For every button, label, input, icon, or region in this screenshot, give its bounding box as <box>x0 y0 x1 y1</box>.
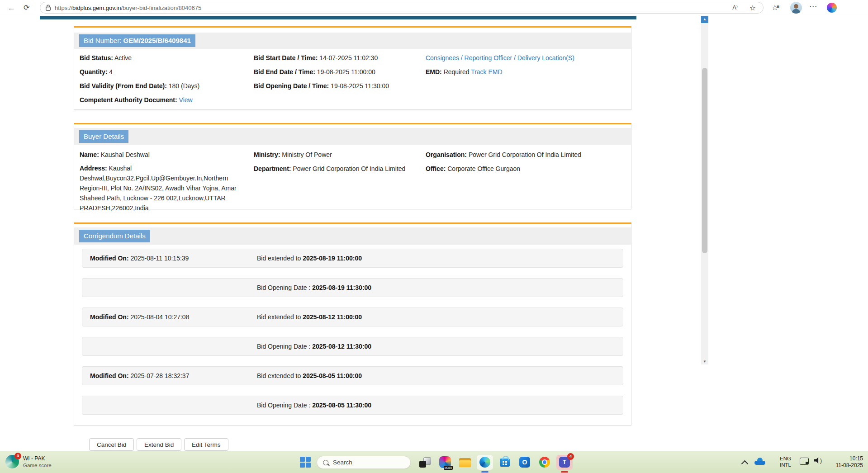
scrollbar[interactable]: ▲ ▼ <box>701 16 708 364</box>
widget-subtitle: Game score <box>23 462 52 468</box>
url-text: https://bidplus.gem.gov.in/buyer-bid-fin… <box>55 5 201 11</box>
task-view-button[interactable] <box>417 455 433 470</box>
scroll-up-icon[interactable]: ▲ <box>701 16 708 23</box>
competent-authority-field: Competent Authority Document: View <box>80 93 246 107</box>
avatar-body <box>792 9 800 14</box>
office-field: Office: Corporate Office Gurgaon <box>426 162 581 176</box>
search-placeholder: Search <box>333 459 352 466</box>
corrigendum-row: Bid Opening Date : 2025-08-19 11:30:00 <box>82 278 623 297</box>
department-field: Department: Power Grid Corporation Of In… <box>254 162 405 176</box>
url-host: bidplus.gem.gov.in <box>72 5 121 11</box>
organisation-field: Organisation: Power Grid Corporation Of … <box>426 148 581 162</box>
refresh-icon[interactable]: ⟳ <box>24 3 29 12</box>
clock-time: 10:15 <box>836 455 863 462</box>
address-bar[interactable]: https://bidplus.gem.gov.in/buyer-bid-fin… <box>40 2 764 14</box>
bid-end-field: Bid End Date / Time: 19-08-2025 11:00:00 <box>254 65 389 79</box>
language-line1: ENG <box>780 455 791 462</box>
avatar[interactable] <box>790 2 802 14</box>
widget-badge: 3 <box>14 453 21 459</box>
taskbar: 3 WI - PAK Game score Search M365 <box>0 451 868 473</box>
language-line2: INTL <box>780 462 791 468</box>
chrome-button[interactable] <box>536 455 553 470</box>
pen-device-icon[interactable] <box>800 458 809 465</box>
speaker-icon[interactable]: ) <box>814 457 822 465</box>
more-options-icon[interactable]: ⋯ <box>809 2 817 11</box>
start-button[interactable] <box>300 457 311 468</box>
screen: ← ⟳ https://bidplus.gem.gov.in/buyer-bid… <box>0 0 868 473</box>
buyer-col-1: Name: Kaushal Deshwal Address: Kaushal D… <box>80 148 246 213</box>
extend-bid-button[interactable]: Extend Bid <box>137 438 181 451</box>
bid-header-band: Bid Number: GEM/2025/B/6409841 <box>74 33 631 49</box>
scrollbar-thumb[interactable] <box>702 68 707 253</box>
edit-terms-button[interactable]: Edit Terms <box>184 438 228 451</box>
bid-col-1: Bid Status: Active Quantity: 4 Bid Valid… <box>80 51 246 107</box>
bid-quantity-field: Quantity: 4 <box>80 65 246 79</box>
corrigendum-header-band: Corrigendum Details <box>74 227 631 245</box>
consignees-link[interactable]: Consignees / Reporting Officer / Deliver… <box>426 54 574 61</box>
search-icon <box>323 460 328 465</box>
buyer-details-card: Buyer Details Name: Kaushal Deshwal Addr… <box>74 124 631 209</box>
bid-validity-field: Bid Validity (From End Date): 180 (Days) <box>80 79 246 93</box>
buyer-col-3: Organisation: Power Grid Corporation Of … <box>426 148 581 176</box>
url-path: /buyer-bid-finalization/8040675 <box>121 5 201 11</box>
read-aloud-icon[interactable]: A) <box>732 4 737 11</box>
onedrive-icon[interactable] <box>754 459 765 465</box>
view-document-link[interactable]: View <box>179 96 193 104</box>
widget-title: WI - PAK <box>23 455 52 462</box>
clock-date: 11-08-2025 <box>836 462 863 469</box>
corrigendum-row: Modified On: 2025-08-04 10:27:08 Bid ext… <box>82 307 623 326</box>
bid-start-field: Bid Start Date / Time: 14-07-2025 11:02:… <box>254 51 389 65</box>
m365-badge: M365 <box>444 466 453 470</box>
outlook-button[interactable]: O <box>517 455 533 470</box>
url-scheme: https:// <box>55 5 72 11</box>
teams-badge: 4 <box>567 453 574 460</box>
cricket-widget-icon: 3 <box>5 455 19 468</box>
cancel-bid-button[interactable]: Cancel Bid <box>89 438 134 451</box>
bid-number-chip: Bid Number: GEM/2025/B/6409841 <box>79 34 195 47</box>
widgets-button[interactable]: 3 WI - PAK Game score <box>5 455 52 468</box>
emd-field: EMD: Required Track EMD <box>426 65 574 79</box>
edge-icon <box>479 457 490 468</box>
m365-copilot-button[interactable]: M365 <box>437 455 453 470</box>
bid-col-2: Bid Start Date / Time: 14-07-2025 11:02:… <box>254 51 389 93</box>
buyer-name-field: Name: Kaushal Deshwal <box>80 148 246 162</box>
bid-status-field: Bid Status: Active <box>80 51 246 65</box>
corrigendum-card: Corrigendum Details Modified On: 2025-08… <box>74 224 631 426</box>
chrome-icon <box>539 457 550 468</box>
corrigendum-row: Bid Opening Date : 2025-08-05 11:30:00 <box>82 396 623 415</box>
favorite-star-icon[interactable]: ☆ <box>749 4 756 12</box>
avatar-head <box>794 4 798 9</box>
favorites-bar-icon[interactable]: ☆≡ <box>772 3 781 12</box>
corrigendum-row: Modified On: 2025-07-28 18:32:37 Bid ext… <box>82 366 623 385</box>
outlook-icon: O <box>519 457 530 468</box>
bid-opening-field: Bid Opening Date / Time: 19-08-2025 11:3… <box>254 79 389 93</box>
lock-icon <box>46 5 51 11</box>
language-indicator[interactable]: ENG INTL <box>780 455 791 468</box>
bid-col-3: Consignees / Reporting Officer / Deliver… <box>426 51 574 79</box>
buyer-col-2: Ministry: Ministry Of Power Department: … <box>254 148 405 176</box>
widget-text: WI - PAK Game score <box>23 455 52 468</box>
browser-toolbar: ← ⟳ https://bidplus.gem.gov.in/buyer-bid… <box>0 0 868 16</box>
corrigendum-row: Bid Opening Date : 2025-08-12 11:30:00 <box>82 337 623 356</box>
file-explorer-button[interactable] <box>457 455 473 470</box>
edge-button[interactable] <box>477 455 493 470</box>
teams-button[interactable]: T 4 <box>556 455 573 470</box>
buyer-header-band: Buyer Details <box>74 128 631 145</box>
page-header-strip <box>40 16 636 19</box>
corrigendum-row: Modified On: 2025-08-11 10:15:39 Bid ext… <box>82 249 623 268</box>
ministry-field: Ministry: Ministry Of Power <box>254 148 405 162</box>
tray-chevron-up-icon[interactable] <box>741 460 749 468</box>
scroll-down-icon[interactable]: ▼ <box>701 359 708 364</box>
buyer-address-field: Address: Kaushal Deshwal,Buycon32.Pgcil.… <box>80 163 246 213</box>
corrigendum-chip: Corrigendum Details <box>79 230 150 242</box>
bid-details-card: Bid Number: GEM/2025/B/6409841 Bid Statu… <box>74 28 631 110</box>
buyer-details-chip: Buyer Details <box>79 130 128 143</box>
copilot-icon[interactable] <box>827 3 837 13</box>
consignees-row: Consignees / Reporting Officer / Deliver… <box>426 51 574 65</box>
back-icon[interactable]: ← <box>7 3 15 13</box>
clock[interactable]: 10:15 11-08-2025 <box>836 455 863 469</box>
taskbar-search[interactable]: Search <box>317 456 411 469</box>
track-emd-link[interactable]: Track EMD <box>471 68 502 76</box>
store-button[interactable] <box>497 455 513 470</box>
